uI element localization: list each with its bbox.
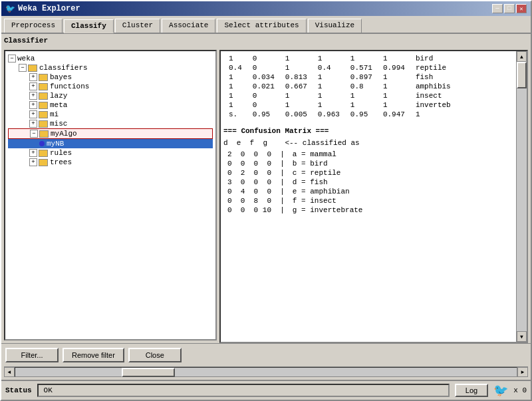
folder-icon-myalgo	[39, 130, 49, 138]
matrix-row: 2 0 0 0 |a = mammal	[223, 150, 366, 159]
table-row: s.0.950.0050.9630.950.9471	[223, 110, 456, 119]
tree-label-bayes: bayes	[50, 73, 72, 81]
classifier-section-label: Classifier	[1, 34, 531, 47]
tree-node-lazy[interactable]: + lazy	[8, 91, 213, 100]
expand-icon-trees[interactable]: +	[29, 158, 37, 166]
scroll-thumb[interactable]	[517, 62, 527, 88]
classifier-tree[interactable]: − weka − classifiers + bayes	[4, 50, 217, 340]
table-row: 101111bird	[223, 54, 456, 63]
tree-node-rules[interactable]: + rules	[8, 148, 213, 158]
scroll-down-arrow[interactable]: ▼	[517, 331, 527, 342]
folder-icon-mi	[39, 111, 48, 118]
tree-node-trees[interactable]: + trees	[8, 158, 213, 167]
expand-icon-functions[interactable]: +	[29, 82, 37, 90]
folder-icon-functions	[39, 83, 48, 90]
table-row: 10.0210.66710.81amphibis	[223, 82, 456, 91]
table-row: 0.4010.40.5710.994reptile	[223, 63, 456, 72]
tree-label-functions: functions	[50, 82, 89, 90]
buttons-row: Filter... Remove filter Close	[1, 343, 531, 366]
maximize-button[interactable]: □	[504, 4, 515, 13]
output-area: 101111bird 0.4010.40.5710.994reptile 10.…	[221, 51, 516, 342]
log-button[interactable]: Log	[455, 384, 488, 397]
h-scroll-track[interactable]	[15, 367, 517, 377]
tabs-bar: Preprocess Classify Cluster Associate Se…	[1, 16, 531, 34]
expand-icon-weka[interactable]: −	[8, 55, 16, 63]
tree-node-myalgo[interactable]: − myAlgo	[8, 128, 213, 139]
folder-icon-misc	[39, 120, 48, 128]
tree-label-myalgo: myAlgo	[51, 130, 77, 138]
scroll-track[interactable]	[517, 62, 527, 331]
close-button[interactable]: Close	[128, 348, 182, 362]
expand-icon-misc[interactable]: +	[29, 120, 37, 128]
tree-node-mi[interactable]: + mi	[8, 110, 213, 119]
folder-icon-rules	[39, 150, 48, 157]
tree-label-weka: weka	[17, 55, 35, 63]
status-bar: Status OK Log 🐦 x 0	[1, 380, 531, 400]
scroll-right-arrow[interactable]: ►	[517, 367, 528, 377]
folder-icon-lazy	[39, 92, 48, 100]
folder-icon-meta	[39, 102, 48, 109]
tree-node-bayes[interactable]: + bayes	[8, 72, 213, 82]
close-button[interactable]: ✕	[516, 4, 527, 13]
matrix-row: 0 2 0 0 |c = reptile	[223, 168, 366, 178]
output-table: 101111bird 0.4010.40.5710.994reptile 10.…	[223, 54, 456, 119]
tree-label-rules: rules	[50, 149, 72, 157]
leaf-icon-mynb	[39, 141, 45, 146]
folder-icon-trees	[39, 159, 48, 166]
table-row: 101111insect	[223, 91, 456, 100]
status-value: OK	[37, 384, 450, 397]
confusion-matrix: 2 0 0 0 |a = mammal 0 0 0 0 |b = bird 0 …	[223, 150, 366, 215]
tab-visualize[interactable]: Visualize	[308, 19, 362, 33]
tree-label-meta: meta	[50, 101, 67, 109]
folder-icon-bayes	[39, 74, 48, 81]
tab-cluster[interactable]: Cluster	[115, 19, 160, 33]
expand-icon-mi[interactable]: +	[29, 110, 37, 118]
expand-icon-meta[interactable]: +	[29, 101, 37, 109]
tab-associate[interactable]: Associate	[162, 19, 215, 33]
matrix-row: 0 0 0 10 |g = invertebrate	[223, 205, 366, 215]
tab-preprocess[interactable]: Preprocess	[4, 19, 63, 33]
counter-display: x 0	[513, 386, 527, 394]
tree-node-weka[interactable]: − weka	[8, 54, 213, 63]
horizontal-scrollbar[interactable]: ◄ ►	[4, 366, 528, 377]
filter-button[interactable]: Filter...	[5, 348, 59, 362]
tab-classify[interactable]: Classify	[64, 19, 114, 33]
tab-select-attributes[interactable]: Select attributes	[217, 19, 306, 33]
matrix-row: 0 4 0 0 |e = amphibian	[223, 187, 366, 196]
expand-icon-rules[interactable]: +	[29, 149, 37, 157]
expand-icon-myalgo[interactable]: −	[30, 130, 38, 138]
remove-filter-button[interactable]: Remove filter	[63, 348, 124, 362]
table-row: 10.0340.81310.8971fish	[223, 72, 456, 82]
tree-node-meta[interactable]: + meta	[8, 100, 213, 110]
matrix-row: 0 0 0 0 |b = bird	[223, 159, 366, 168]
folder-icon-classifiers	[28, 65, 37, 72]
matrix-row: 0 0 8 0 |f = insect	[223, 196, 366, 205]
h-scroll-thumb[interactable]	[122, 368, 175, 377]
confusion-subheader: d e f g <-- classified as	[223, 139, 513, 147]
expand-icon-lazy[interactable]: +	[29, 92, 37, 100]
expand-icon-classifiers[interactable]: −	[19, 64, 27, 72]
minimize-button[interactable]: —	[492, 4, 503, 13]
app-icon: 🐦	[5, 4, 15, 14]
status-label: Status	[5, 386, 32, 394]
tree-node-functions[interactable]: + functions	[8, 82, 213, 91]
table-row: 101111inverteb	[223, 100, 456, 110]
tree-node-misc[interactable]: + misc	[8, 119, 213, 128]
weka-bird-icon: 🐦	[493, 383, 508, 398]
tree-label-mi: mi	[50, 110, 59, 118]
tree-label-lazy: lazy	[50, 92, 67, 100]
window-title: Weka Explorer	[18, 4, 80, 13]
tree-label-mynb: myNB	[47, 140, 64, 148]
tree-label-classifiers: classifiers	[39, 64, 88, 72]
expand-icon-bayes[interactable]: +	[29, 73, 37, 81]
title-bar: 🐦 Weka Explorer — □ ✕	[1, 1, 531, 16]
tree-node-mynb[interactable]: myNB	[8, 139, 213, 148]
tree-node-classifiers[interactable]: − classifiers	[8, 63, 213, 72]
vertical-scrollbar[interactable]: ▲ ▼	[516, 51, 527, 342]
confusion-header: === Confusion Matrix ===	[223, 127, 513, 135]
scroll-up-arrow[interactable]: ▲	[517, 51, 527, 62]
scroll-left-arrow[interactable]: ◄	[4, 367, 15, 377]
tree-label-trees: trees	[50, 158, 72, 166]
tree-label-misc: misc	[50, 120, 67, 128]
matrix-row: 3 0 0 0 |d = fish	[223, 178, 366, 187]
